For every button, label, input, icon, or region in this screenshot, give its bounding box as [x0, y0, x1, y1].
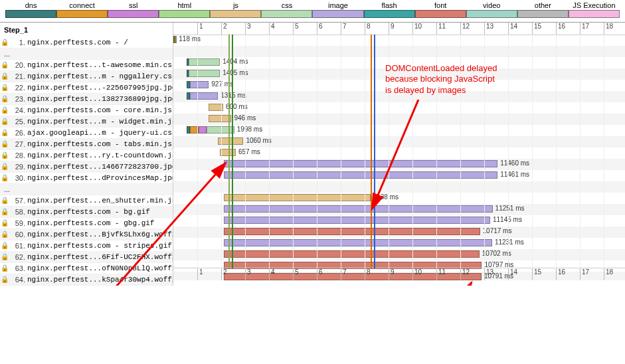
tick: 10: [412, 268, 422, 280]
timeline: 123456789101112131415161718 118 ms1404 m…: [173, 23, 625, 280]
timing-segment: [190, 81, 209, 88]
legend-css: css: [261, 1, 312, 18]
request-row: 🔒64.nginx.perftest...kSpa4r30wp4.woff2: [0, 274, 173, 286]
event-marker: [232, 35, 233, 268]
tick: 8: [365, 268, 371, 280]
timing-segment: [175, 36, 177, 43]
bar-row: 118 ms: [173, 35, 625, 46]
event-marker: [228, 35, 230, 268]
tick: 15: [532, 268, 541, 280]
bar-row: 11251 ms: [173, 204, 625, 215]
lock-icon: 🔒: [0, 128, 9, 138]
duration-label: 1315 ms: [221, 92, 246, 99]
legend-JS Execution: JS Execution: [569, 1, 620, 18]
request-row: ...: [0, 184, 173, 195]
request-row: ...: [0, 48, 173, 60]
request-row: 🔒28.nginx.perftest...ry.t-countdown.js: [0, 150, 173, 161]
bar-row: 11231 ms: [173, 238, 625, 249]
tick: 4: [269, 23, 275, 35]
legend-video: video: [466, 1, 517, 18]
lock-icon: 🔒: [0, 37, 9, 48]
tick: 16: [556, 23, 565, 35]
tick: 12: [460, 23, 470, 35]
duration-label: 1405 ms: [223, 69, 248, 76]
request-row: 🔒22.nginx.perftest...-225607995jpg.jpg: [0, 82, 173, 94]
event-marker: [374, 35, 375, 268]
request-row: 🔒20.nginx.perftest...t-awesome.min.css: [0, 60, 173, 71]
request-row: 🔒27.nginx.perftests.com - tabs.min.js: [0, 139, 173, 150]
tick: 1: [197, 23, 203, 35]
lock-icon: 🔒: [0, 116, 9, 127]
timing-segment: [218, 137, 243, 145]
tick: 12: [460, 268, 470, 280]
legend-connect: connect: [56, 1, 108, 18]
duration-label: 11231 ms: [495, 238, 524, 246]
bar-row: 10717 ms: [173, 227, 625, 238]
request-row: 🔒21.nginx.perftest...m - nggallery.css: [0, 71, 173, 82]
bar-row: 10702 ms: [173, 249, 625, 260]
request-row: 🔒24.nginx.perftests.com - core.min.js: [0, 105, 173, 116]
tick: 17: [580, 23, 589, 35]
legend-font: font: [415, 1, 466, 18]
tick: 9: [389, 268, 395, 280]
timing-segment: [224, 250, 480, 258]
tick: 15: [532, 23, 541, 35]
bar-row: 11145 ms: [173, 215, 625, 227]
lock-icon: 🔒: [0, 150, 9, 161]
request-row: 🔒61.nginx.perftests.com - stripes.gif: [0, 240, 173, 252]
lock-icon: 🔒: [0, 195, 9, 206]
tick: 2: [221, 268, 227, 280]
timing-segment: [199, 126, 207, 134]
bar-row: 657 ms: [173, 147, 625, 159]
bar-row: 11461 ms: [173, 170, 625, 181]
lock-icon: 🔒: [0, 263, 9, 274]
duration-label: 1998 ms: [237, 126, 262, 133]
legend-dns: dns: [5, 1, 56, 18]
lock-icon: 🔒: [0, 218, 9, 228]
duration-label: 10717 ms: [483, 227, 512, 234]
lock-icon: 🔒: [0, 94, 9, 104]
legend-image: image: [312, 1, 363, 18]
bar-row: 1060 ms: [173, 136, 625, 147]
lock-icon: 🔒: [0, 207, 9, 217]
request-row: 🔒63.nginx.perftest...ofN0N0p8LlQ.woff2: [0, 263, 173, 274]
legend-other: other: [517, 1, 569, 18]
tick: 16: [556, 268, 565, 280]
duration-label: 6138 ms: [373, 193, 399, 201]
lock-icon: 🔒: [0, 71, 9, 82]
duration-label: 11145 ms: [493, 216, 522, 223]
tick: 10: [412, 23, 422, 35]
duration-label: 657 ms: [238, 148, 260, 155]
tick: 18: [604, 23, 613, 35]
tick: 5: [293, 268, 299, 280]
tick: 11: [436, 23, 446, 35]
tick: 11: [436, 268, 446, 280]
timing-segment: [224, 239, 492, 246]
tick: 9: [389, 23, 395, 35]
duration-label: 11460 ms: [500, 159, 529, 167]
step-label: Step_1: [0, 23, 173, 37]
duration-label: 1060 ms: [246, 137, 271, 144]
lock-icon: 🔒: [0, 60, 9, 70]
request-list: Step_1 🔒1.nginx.perftests.com - /...🔒20.…: [0, 23, 173, 286]
waterfall: Step_1 🔒1.nginx.perftests.com - /...🔒20.…: [0, 22, 625, 286]
request-row: 🔒25.nginx.perftest...m - widget.min.js: [0, 116, 173, 128]
timing-segment: [224, 217, 490, 224]
tick: 13: [484, 268, 493, 280]
tick: 13: [484, 23, 493, 35]
request-row: 🔒62.nginx.perftest...6Fif-UC2FHX.woff2: [0, 252, 173, 263]
tick: 7: [341, 23, 347, 35]
tick: 1: [197, 268, 203, 280]
request-row: 🔒57.nginx.perftest...en_shutter.min.js: [0, 195, 173, 207]
bar-row: 946 ms: [173, 114, 625, 125]
duration-label: 10702 ms: [482, 250, 511, 257]
lock-icon: 🔒: [0, 105, 9, 116]
request-row: 🔒58.nginx.perftests.com - bg.gif: [0, 207, 173, 218]
timing-segment: [224, 205, 493, 213]
bar-row: 6138 ms: [173, 193, 625, 204]
event-marker: [371, 35, 372, 268]
bar-row: [173, 181, 625, 193]
tick: 6: [317, 268, 323, 280]
lock-icon: 🔒: [0, 82, 9, 93]
request-row: 🔒1.nginx.perftests.com - /: [0, 37, 173, 48]
